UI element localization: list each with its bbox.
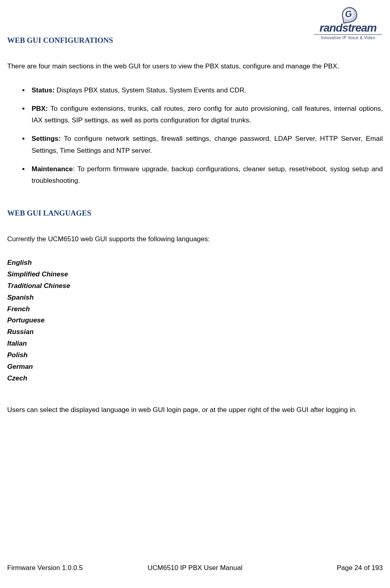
intro-languages: Currently the UCM6510 web GUI supports t… <box>7 234 383 245</box>
logo-tagline: Innovative IP Voice & Video <box>314 34 382 40</box>
language-item: Italian <box>7 338 383 350</box>
document-page: randstream Innovative IP Voice & Video W… <box>0 0 390 588</box>
logo-text: randstream <box>314 22 382 34</box>
brand-logo: randstream Innovative IP Voice & Video <box>314 7 382 40</box>
language-item: Czech <box>7 373 383 384</box>
language-item: Traditional Chinese <box>7 280 383 292</box>
item-name: Settings: <box>32 135 61 142</box>
item-desc: To configure network settings, firewall … <box>32 135 383 154</box>
language-list: English Simplified Chinese Traditional C… <box>7 257 383 384</box>
language-item: German <box>7 361 383 373</box>
footer-title: UCM6510 IP PBX User Manual <box>7 564 383 572</box>
language-item: Polish <box>7 350 383 361</box>
list-item: PBX: To configure extensions, trunks, ca… <box>29 103 383 127</box>
configuration-sections-list: Status: Displays PBX status, System Stat… <box>7 84 383 187</box>
logo-icon <box>341 6 358 24</box>
list-item: Status: Displays PBX status, System Stat… <box>29 84 383 96</box>
intro-configurations: There are four main sections in the web … <box>7 61 383 72</box>
page-footer: Firmware Version 1.0.0.5 UCM6510 IP PBX … <box>7 564 383 572</box>
item-desc: : To perform firmware upgrade, backup co… <box>32 165 383 185</box>
language-item: Spanish <box>7 292 383 304</box>
item-desc: Displays PBX status, System Status, Syst… <box>55 86 246 94</box>
heading-languages: WEB GUI LANGUAGES <box>7 209 383 218</box>
list-item: Settings: To configure network settings,… <box>29 133 383 157</box>
item-name: Status: <box>32 86 55 94</box>
language-item: Russian <box>7 326 383 338</box>
outro-languages: Users can select the displayed language … <box>7 404 383 416</box>
language-item: English <box>7 257 383 269</box>
list-item: Maintenance: To perform firmware upgrade… <box>29 163 383 187</box>
item-name: PBX: <box>32 105 48 112</box>
language-item: French <box>7 304 383 315</box>
language-item: Simplified Chinese <box>7 269 383 280</box>
item-name: Maintenance <box>32 165 73 173</box>
item-desc: To configure extensions, trunks, call ro… <box>32 105 383 124</box>
language-item: Portuguese <box>7 315 383 326</box>
